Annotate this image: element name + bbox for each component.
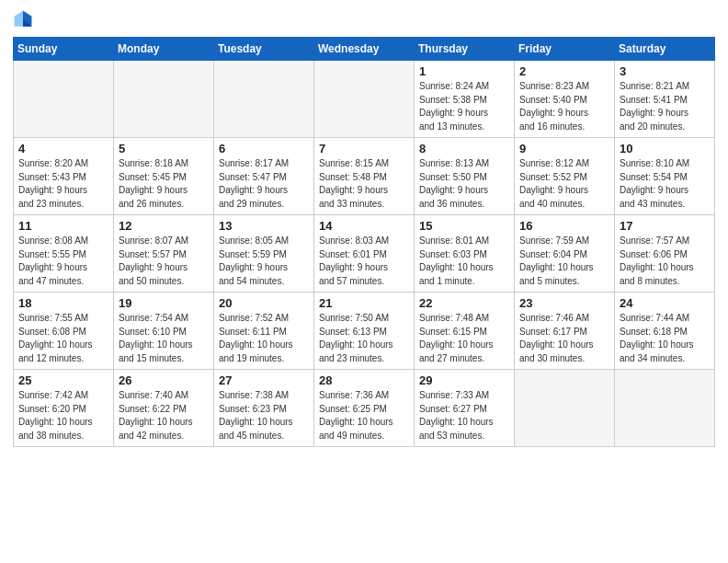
day-info: Sunrise: 7:50 AM Sunset: 6:13 PM Dayligh…: [319, 312, 409, 365]
calendar-header-row: SundayMondayTuesdayWednesdayThursdayFrid…: [14, 38, 715, 61]
calendar-table: SundayMondayTuesdayWednesdayThursdayFrid…: [13, 37, 715, 447]
col-header-monday: Monday: [114, 38, 214, 61]
day-cell: 4Sunrise: 8:20 AM Sunset: 5:43 PM Daylig…: [14, 138, 114, 215]
day-cell: 16Sunrise: 7:59 AM Sunset: 6:04 PM Dayli…: [515, 215, 615, 293]
day-number: 26: [119, 373, 209, 387]
day-cell: 1Sunrise: 8:24 AM Sunset: 5:38 PM Daylig…: [415, 61, 515, 138]
day-cell: [14, 61, 114, 138]
day-cell: 18Sunrise: 7:55 AM Sunset: 6:08 PM Dayli…: [14, 293, 114, 370]
day-info: Sunrise: 8:21 AM Sunset: 5:41 PM Dayligh…: [620, 80, 710, 133]
day-info: Sunrise: 8:10 AM Sunset: 5:54 PM Dayligh…: [620, 157, 710, 211]
col-header-saturday: Saturday: [615, 38, 715, 61]
day-number: 20: [219, 296, 309, 310]
col-header-thursday: Thursday: [415, 38, 515, 61]
day-cell: 8Sunrise: 8:13 AM Sunset: 5:50 PM Daylig…: [415, 138, 515, 215]
day-cell: [515, 370, 615, 447]
col-header-friday: Friday: [515, 38, 615, 61]
day-number: 17: [620, 219, 710, 233]
day-number: 21: [319, 296, 409, 310]
day-info: Sunrise: 7:55 AM Sunset: 6:08 PM Dayligh…: [18, 312, 108, 365]
day-number: 9: [519, 142, 609, 155]
day-number: 29: [419, 373, 509, 387]
day-number: 8: [419, 142, 509, 155]
day-cell: 19Sunrise: 7:54 AM Sunset: 6:10 PM Dayli…: [114, 293, 214, 370]
day-cell: 27Sunrise: 7:38 AM Sunset: 6:23 PM Dayli…: [214, 370, 314, 447]
day-info: Sunrise: 7:40 AM Sunset: 6:22 PM Dayligh…: [119, 389, 209, 442]
day-info: Sunrise: 8:17 AM Sunset: 5:47 PM Dayligh…: [219, 157, 309, 211]
day-info: Sunrise: 8:15 AM Sunset: 5:48 PM Dayligh…: [319, 157, 409, 211]
day-cell: 7Sunrise: 8:15 AM Sunset: 5:48 PM Daylig…: [314, 138, 415, 215]
day-info: Sunrise: 7:59 AM Sunset: 6:04 PM Dayligh…: [519, 235, 609, 288]
day-cell: 29Sunrise: 7:33 AM Sunset: 6:27 PM Dayli…: [415, 370, 515, 447]
week-row-3: 11Sunrise: 8:08 AM Sunset: 5:55 PM Dayli…: [14, 215, 715, 293]
day-info: Sunrise: 7:38 AM Sunset: 6:23 PM Dayligh…: [219, 389, 309, 442]
day-cell: [615, 370, 715, 447]
day-number: 27: [219, 373, 309, 387]
day-info: Sunrise: 8:07 AM Sunset: 5:57 PM Dayligh…: [119, 235, 209, 288]
day-info: Sunrise: 8:23 AM Sunset: 5:40 PM Dayligh…: [519, 80, 609, 133]
day-number: 5: [119, 142, 209, 155]
day-cell: 13Sunrise: 8:05 AM Sunset: 5:59 PM Dayli…: [214, 215, 314, 293]
day-info: Sunrise: 8:08 AM Sunset: 5:55 PM Dayligh…: [18, 235, 108, 288]
day-cell: 20Sunrise: 7:52 AM Sunset: 6:11 PM Dayli…: [214, 293, 314, 370]
day-number: 4: [18, 142, 108, 155]
week-row-2: 4Sunrise: 8:20 AM Sunset: 5:43 PM Daylig…: [14, 138, 715, 215]
day-number: 7: [319, 142, 409, 155]
day-cell: 6Sunrise: 8:17 AM Sunset: 5:47 PM Daylig…: [214, 138, 314, 215]
logo-icon: [13, 9, 33, 29]
day-info: Sunrise: 7:36 AM Sunset: 6:25 PM Dayligh…: [319, 389, 409, 442]
day-cell: 22Sunrise: 7:48 AM Sunset: 6:15 PM Dayli…: [415, 293, 515, 370]
day-number: 19: [119, 296, 209, 310]
day-info: Sunrise: 7:54 AM Sunset: 6:10 PM Dayligh…: [119, 312, 209, 365]
day-info: Sunrise: 7:52 AM Sunset: 6:11 PM Dayligh…: [219, 312, 309, 365]
day-info: Sunrise: 8:24 AM Sunset: 5:38 PM Dayligh…: [419, 80, 509, 133]
day-cell: 24Sunrise: 7:44 AM Sunset: 6:18 PM Dayli…: [615, 293, 715, 370]
logo: [13, 9, 37, 29]
day-number: 22: [419, 296, 509, 310]
col-header-tuesday: Tuesday: [214, 38, 314, 61]
day-number: 25: [18, 373, 108, 387]
day-cell: 21Sunrise: 7:50 AM Sunset: 6:13 PM Dayli…: [314, 293, 415, 370]
day-cell: [114, 61, 214, 138]
svg-marker-1: [15, 11, 23, 27]
day-info: Sunrise: 7:46 AM Sunset: 6:17 PM Dayligh…: [519, 312, 609, 365]
day-number: 2: [519, 64, 609, 78]
day-info: Sunrise: 7:57 AM Sunset: 6:06 PM Dayligh…: [620, 235, 710, 288]
day-number: 12: [119, 219, 209, 233]
day-info: Sunrise: 7:44 AM Sunset: 6:18 PM Dayligh…: [620, 312, 710, 365]
day-number: 13: [219, 219, 309, 233]
day-info: Sunrise: 8:12 AM Sunset: 5:52 PM Dayligh…: [519, 157, 609, 211]
day-number: 28: [319, 373, 409, 387]
page: SundayMondayTuesdayWednesdayThursdayFrid…: [0, 0, 728, 563]
day-cell: 17Sunrise: 7:57 AM Sunset: 6:06 PM Dayli…: [615, 215, 715, 293]
day-number: 15: [419, 219, 509, 233]
day-number: 14: [319, 219, 409, 233]
day-info: Sunrise: 8:03 AM Sunset: 6:01 PM Dayligh…: [319, 235, 409, 288]
day-number: 23: [519, 296, 609, 310]
day-number: 18: [18, 296, 108, 310]
day-cell: 15Sunrise: 8:01 AM Sunset: 6:03 PM Dayli…: [415, 215, 515, 293]
day-cell: 2Sunrise: 8:23 AM Sunset: 5:40 PM Daylig…: [515, 61, 615, 138]
day-number: 11: [18, 219, 108, 233]
day-info: Sunrise: 7:42 AM Sunset: 6:20 PM Dayligh…: [18, 389, 108, 442]
day-cell: [214, 61, 314, 138]
day-info: Sunrise: 8:18 AM Sunset: 5:45 PM Dayligh…: [119, 157, 209, 211]
day-cell: 26Sunrise: 7:40 AM Sunset: 6:22 PM Dayli…: [114, 370, 214, 447]
day-info: Sunrise: 7:48 AM Sunset: 6:15 PM Dayligh…: [419, 312, 509, 365]
day-cell: 12Sunrise: 8:07 AM Sunset: 5:57 PM Dayli…: [114, 215, 214, 293]
day-cell: [314, 61, 415, 138]
day-number: 16: [519, 219, 609, 233]
day-cell: 5Sunrise: 8:18 AM Sunset: 5:45 PM Daylig…: [114, 138, 214, 215]
day-cell: 28Sunrise: 7:36 AM Sunset: 6:25 PM Dayli…: [314, 370, 415, 447]
day-cell: 14Sunrise: 8:03 AM Sunset: 6:01 PM Dayli…: [314, 215, 415, 293]
day-number: 10: [620, 142, 710, 155]
day-cell: 9Sunrise: 8:12 AM Sunset: 5:52 PM Daylig…: [515, 138, 615, 215]
day-number: 1: [419, 64, 509, 78]
header: [13, 9, 715, 29]
day-number: 24: [620, 296, 710, 310]
day-number: 3: [620, 64, 710, 78]
day-cell: 25Sunrise: 7:42 AM Sunset: 6:20 PM Dayli…: [14, 370, 114, 447]
day-info: Sunrise: 7:33 AM Sunset: 6:27 PM Dayligh…: [419, 389, 509, 442]
day-cell: 23Sunrise: 7:46 AM Sunset: 6:17 PM Dayli…: [515, 293, 615, 370]
week-row-4: 18Sunrise: 7:55 AM Sunset: 6:08 PM Dayli…: [14, 293, 715, 370]
